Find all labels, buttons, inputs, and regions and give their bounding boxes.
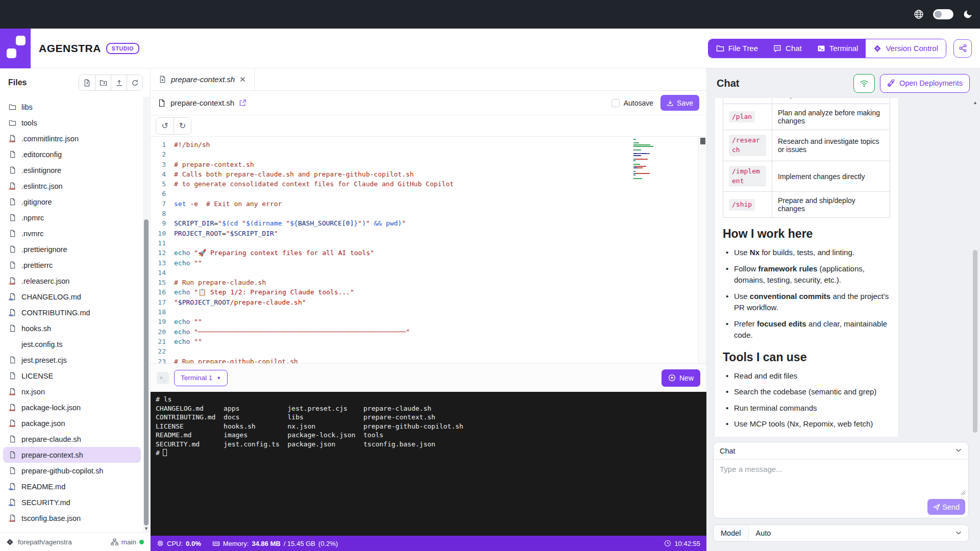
file-item--nvmrc[interactable]: .nvmrc: [3, 226, 141, 241]
file-item-contributing-md[interactable]: MDCONTRIBUTING.md: [3, 305, 141, 320]
line-number: 5: [151, 179, 174, 189]
code-line-6[interactable]: 6: [151, 189, 706, 198]
code-line-20[interactable]: 20echo "────────────────────────────────…: [151, 327, 706, 337]
code-line-7[interactable]: 7set -e # Exit on any error: [151, 199, 706, 209]
code-line-19[interactable]: 19echo "": [151, 317, 706, 327]
file-item-prepare-github-copilot-sh[interactable]: prepare-github-copilot.sh: [3, 463, 141, 479]
open-deployments-button[interactable]: Open Deployments: [880, 74, 970, 93]
file-item--releaserc-json[interactable]: JSON.releaserc.json: [3, 273, 141, 289]
sidebar-scrollbar-thumb[interactable]: [144, 219, 149, 525]
connection-status-button[interactable]: [853, 74, 875, 93]
file-icon: JSON: [8, 135, 16, 142]
file-icon: JSON: [8, 182, 16, 190]
file-item--prettierrc[interactable]: .prettierrc: [3, 257, 141, 273]
terminal-output[interactable]: # ls CHANGELOG.md apps jest.preset.cjs p…: [151, 392, 706, 536]
file-item-security-md[interactable]: MDSECURITY.md: [3, 494, 141, 510]
file-item-changelog-md[interactable]: MDCHANGELOG.md: [3, 289, 141, 305]
nav-terminal-button[interactable]: Terminal: [810, 39, 866, 58]
editor-scrollbar-thumb[interactable]: [700, 138, 705, 144]
code-line-18[interactable]: 18: [151, 307, 706, 317]
resize-handle-icon[interactable]: [961, 488, 966, 497]
scroll-up-arrow-icon[interactable]: ▲: [972, 100, 978, 105]
file-item-jest-preset-cjs[interactable]: jest.preset.cjs: [3, 352, 141, 368]
file-item-prepare-context-sh[interactable]: prepare-context.sh: [3, 447, 141, 463]
editor-minimap[interactable]: [633, 139, 669, 180]
chat-scrollbar-thumb[interactable]: [973, 250, 977, 433]
nav-chat-button[interactable]: Chat: [766, 39, 810, 58]
share-button[interactable]: [953, 39, 972, 58]
new-folder-button[interactable]: [95, 75, 111, 90]
code-line-15[interactable]: 15# Run prepare-claude.sh: [151, 278, 706, 287]
chat-message-list[interactable]: Command Purpose /planPlan and analyze be…: [707, 98, 980, 437]
autosave-checkbox[interactable]: [611, 99, 620, 107]
terminal-select[interactable]: Terminal 1 ▼: [174, 370, 228, 386]
open-external-icon[interactable]: [239, 99, 247, 107]
file-item-jest-config-ts[interactable]: jest.config.ts: [3, 336, 141, 352]
code-line-1[interactable]: 1#!/bin/sh: [151, 140, 706, 149]
globe-icon[interactable]: [914, 9, 924, 19]
code-line-4[interactable]: 4# Calls both prepare-claude.sh and prep…: [151, 169, 706, 179]
model-select[interactable]: Auto: [749, 529, 955, 537]
moon-icon[interactable]: [963, 9, 973, 19]
code-line-5[interactable]: 5# to generate consolidated context file…: [151, 179, 706, 189]
save-button[interactable]: Save: [660, 95, 699, 111]
nav-version-control-button[interactable]: Version Control: [866, 39, 946, 58]
file-item--eslintrc-json[interactable]: JSON.eslintrc.json: [3, 178, 141, 194]
file-item--gitignore[interactable]: .gitignore: [3, 194, 141, 210]
file-item-libs[interactable]: libs: [3, 99, 141, 115]
scroll-down-arrow-icon[interactable]: ▼: [143, 526, 150, 531]
file-item-hooks-sh[interactable]: hooks.sh: [3, 320, 141, 336]
tab-prepare-context[interactable]: prepare-context.sh ✕: [151, 68, 255, 90]
editor-scrollbar[interactable]: [698, 137, 706, 363]
file-item--editorconfig[interactable]: .editorconfig: [3, 146, 141, 162]
code-line-2[interactable]: 2: [151, 149, 706, 159]
theme-toggle[interactable]: [933, 9, 953, 19]
sidebar-scrollbar[interactable]: ▼: [143, 97, 150, 532]
file-item-package-lock-json[interactable]: JSONpackage-lock.json: [3, 399, 141, 415]
code-line-3[interactable]: 3# prepare-context.sh: [151, 160, 706, 169]
message-input[interactable]: Type a message... Send: [714, 460, 968, 518]
branch-name[interactable]: main: [121, 538, 136, 546]
code-line-23[interactable]: 23# Run prepare-github-copilot.sh: [151, 357, 706, 363]
file-item--prettierignore[interactable]: .prettierignore: [3, 241, 141, 257]
file-item-package-json[interactable]: JSONpackage.json: [3, 415, 141, 431]
terminal-toolbar: >_ Terminal 1 ▼ New: [151, 363, 706, 392]
code-line-12[interactable]: 12echo "🚀 Preparing context files for al…: [151, 248, 706, 258]
new-terminal-button[interactable]: New: [662, 369, 700, 387]
code-line-9[interactable]: 9SCRIPT_DIR="$(cd "$(dirname "${BASH_SOU…: [151, 218, 706, 228]
file-item--eslintignore[interactable]: .eslintignore: [3, 162, 141, 178]
code-line-21[interactable]: 21echo "": [151, 337, 706, 346]
redo-button[interactable]: ↻: [174, 118, 191, 134]
file-icon: JSON: [8, 277, 16, 285]
code-line-13[interactable]: 13echo "": [151, 258, 706, 268]
chat-scrollbar[interactable]: ▲: [972, 100, 978, 435]
file-item--npmrc[interactable]: .npmrc: [3, 210, 141, 226]
file-item-license[interactable]: LICENSE: [3, 368, 141, 384]
send-button[interactable]: Send: [927, 499, 965, 515]
code-line-14[interactable]: 14: [151, 268, 706, 278]
code-line-17[interactable]: 17"$PROJECT_ROOT/prepare-claude.sh": [151, 297, 706, 307]
tab-close-icon[interactable]: ✕: [239, 75, 246, 84]
nav-file-tree-button[interactable]: File Tree: [708, 39, 766, 58]
file-item-prepare-claude-sh[interactable]: prepare-claude.sh: [3, 431, 141, 447]
code-line-22[interactable]: 22: [151, 346, 706, 356]
code-editor[interactable]: 1#!/bin/sh23# prepare-context.sh4# Calls…: [151, 137, 706, 363]
file-item-nx-json[interactable]: JSONnx.json: [3, 384, 141, 399]
command-purpose: Research and investigate topics or issue…: [772, 130, 890, 161]
code-line-11[interactable]: 11: [151, 238, 706, 248]
chat-mode-select[interactable]: Chat: [714, 442, 968, 460]
svg-text:JSON: JSON: [9, 520, 15, 522]
file-item-readme-md[interactable]: MDREADME.md: [3, 479, 141, 494]
undo-button[interactable]: ↺: [156, 118, 174, 134]
new-file-button[interactable]: [79, 75, 95, 90]
code-line-10[interactable]: 10PROJECT_ROOT="$SCRIPT_DIR": [151, 229, 706, 238]
file-item--commitlintrc-json[interactable]: JSON.commitlintrc.json: [3, 131, 141, 146]
code-line-16[interactable]: 16echo "📋 Step 1/2: Preparing Claude too…: [151, 287, 706, 297]
line-number: 22: [151, 346, 174, 356]
file-item-tools[interactable]: tools: [3, 115, 141, 131]
upload-icon[interactable]: [111, 75, 127, 90]
code-line-8[interactable]: 8: [151, 209, 706, 218]
refresh-icon[interactable]: [127, 75, 142, 90]
repo-name[interactable]: forepath/agenstra: [18, 538, 72, 546]
file-item-tsconfig-base-json[interactable]: JSONtsconfig.base.json: [3, 510, 141, 526]
